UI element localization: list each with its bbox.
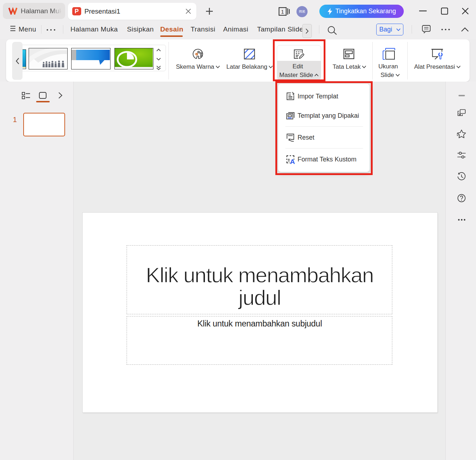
svg-text:1: 1: [281, 9, 284, 15]
